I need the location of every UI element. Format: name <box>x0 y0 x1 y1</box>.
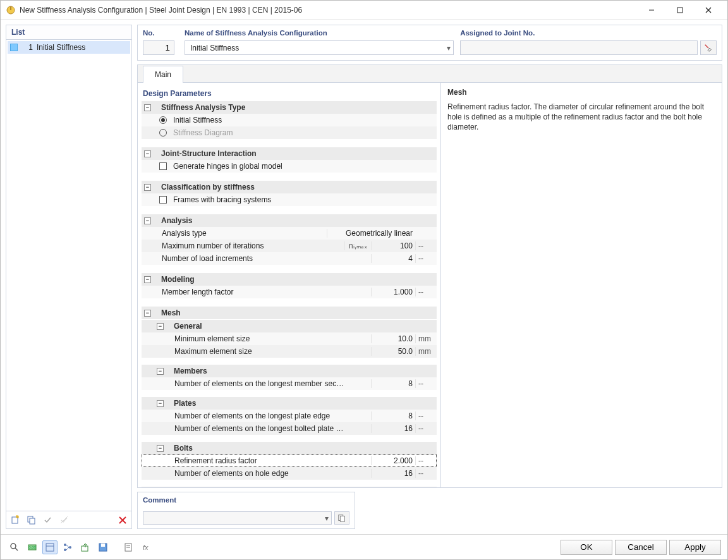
no-label: No. <box>143 29 178 37</box>
group-classification[interactable]: −Classification by stiffness <box>142 181 437 193</box>
param-hole-edge-elements[interactable]: Number of elements on hole edge16-- <box>142 467 437 480</box>
delete-item-button[interactable] <box>115 513 130 527</box>
parameter-grid[interactable]: Design Parameters −Stiffness Analysis Ty… <box>138 83 441 487</box>
name-value: Initial Stiffness <box>190 44 239 52</box>
help-panel: Mesh Refinement radius factor. The diame… <box>441 83 722 487</box>
pick-joint-button[interactable] <box>700 40 717 55</box>
collapse-icon: − <box>144 150 151 157</box>
list-item-label: Initial Stiffness <box>37 43 85 52</box>
svg-text:fx: fx <box>143 544 149 551</box>
uncheck-item-button[interactable] <box>57 513 72 527</box>
svg-point-21 <box>64 549 66 551</box>
help-text: Refinement radius factor. The diameter o… <box>447 102 715 133</box>
svg-point-20 <box>64 544 66 546</box>
comment-combo[interactable]: ▾ <box>143 511 332 525</box>
new-item-button[interactable] <box>8 513 23 527</box>
option-initial-stiffness[interactable]: Initial Stiffness <box>142 114 437 126</box>
name-label: Name of Stiffness Analysis Configuration <box>185 29 454 37</box>
param-load-increments[interactable]: Number of load increments4-- <box>142 252 437 265</box>
collapse-icon: − <box>157 368 164 375</box>
collapse-icon: − <box>144 276 151 283</box>
param-max-iterations[interactable]: Maximum number of iterationsnᵢ,ₘₐₓ100-- <box>142 240 437 252</box>
subgroup-plates[interactable]: −Plates <box>142 397 437 410</box>
param-plate-edge-elements[interactable]: Number of elements on the longest plate … <box>142 410 437 422</box>
param-max-element-size[interactable]: Maximum element size50.0mm <box>142 345 437 358</box>
param-member-elements[interactable]: Number of elements on the longest member… <box>142 377 437 390</box>
assign-field[interactable] <box>460 40 698 55</box>
svg-rect-8 <box>30 518 35 524</box>
radio-icon <box>159 116 167 124</box>
collapse-icon: − <box>144 104 151 111</box>
subgroup-general[interactable]: −General <box>142 320 437 332</box>
apply-button[interactable]: Apply <box>669 540 721 555</box>
comment-panel: Comment ▾ <box>137 492 355 529</box>
svg-line-15 <box>15 548 18 551</box>
minimize-button[interactable] <box>637 1 665 19</box>
option-stiffness-diagram[interactable]: Stiffness Diagram <box>142 126 437 139</box>
chevron-down-icon: ▾ <box>325 514 329 523</box>
svg-rect-18 <box>46 544 54 551</box>
copy-item-button[interactable] <box>24 513 39 527</box>
report-button[interactable] <box>121 540 136 554</box>
collapse-icon: − <box>157 323 164 330</box>
app-icon <box>6 5 16 15</box>
group-stiffness-type[interactable]: −Stiffness Analysis Type <box>142 101 437 114</box>
no-input[interactable] <box>143 40 174 55</box>
option-frames-bracing[interactable]: Frames with bracing systems <box>142 193 437 206</box>
option-generate-hinges[interactable]: Generate hinges in global model <box>142 160 437 173</box>
units-button[interactable]: 0,00 <box>25 540 40 554</box>
collapse-icon: − <box>157 400 164 407</box>
checkbox-icon <box>159 162 167 170</box>
tab-main[interactable]: Main <box>143 66 183 83</box>
check-item-button[interactable] <box>40 513 56 527</box>
collapse-icon: − <box>144 217 151 224</box>
svg-text:0,00: 0,00 <box>28 545 36 549</box>
export-button[interactable] <box>78 540 93 554</box>
param-member-length-factor[interactable]: Member length factor1.000-- <box>142 286 437 298</box>
assign-label: Assigned to Joint No. <box>460 29 717 37</box>
tree-button[interactable] <box>60 540 75 554</box>
svg-rect-25 <box>101 544 105 547</box>
left-panel: List 1 Initial Stiffness <box>6 25 132 529</box>
list-item-icon <box>10 44 18 51</box>
comment-library-button[interactable] <box>334 511 349 525</box>
param-analysis-type[interactable]: Analysis typeGeometrically linear <box>142 227 437 240</box>
list-toolbar <box>6 511 131 528</box>
checkbox-icon <box>159 196 167 204</box>
svg-line-9 <box>61 516 68 523</box>
find-button[interactable] <box>7 540 22 554</box>
design-parameters-heading: Design Parameters <box>142 87 437 100</box>
chevron-down-icon: ▾ <box>447 44 451 52</box>
subgroup-bolts[interactable]: −Bolts <box>142 442 437 454</box>
tab-bar: Main <box>137 64 722 82</box>
svg-rect-3 <box>677 8 682 13</box>
param-refinement-radius-factor[interactable]: Refinement radius factor2.000-- <box>142 454 437 467</box>
help-heading: Mesh <box>447 88 715 97</box>
cancel-button[interactable]: Cancel <box>615 540 667 555</box>
radio-icon <box>159 129 167 137</box>
script-button[interactable]: fx <box>138 540 154 554</box>
subgroup-welds[interactable]: −Welds <box>142 487 437 487</box>
svg-rect-1 <box>10 6 11 10</box>
group-mesh[interactable]: −Mesh <box>142 307 437 319</box>
svg-point-22 <box>69 546 71 549</box>
titlebar: New Stiffness Analysis Configuration | S… <box>1 1 727 20</box>
param-min-element-size[interactable]: Minimum element size10.0mm <box>142 332 437 345</box>
subgroup-members[interactable]: −Members <box>142 365 437 377</box>
list-item-number: 1 <box>21 43 33 52</box>
ok-button[interactable]: OK <box>561 540 612 555</box>
param-bolted-plate-edge-elements[interactable]: Number of elements on the longest bolted… <box>142 422 437 435</box>
maximize-button[interactable] <box>665 1 694 19</box>
save-button[interactable] <box>95 540 111 554</box>
list-item[interactable]: 1 Initial Stiffness <box>8 41 130 54</box>
window-title: New Stiffness Analysis Configuration | S… <box>20 6 637 15</box>
config-list[interactable]: 1 Initial Stiffness <box>6 40 131 511</box>
group-analysis[interactable]: −Analysis <box>142 214 437 227</box>
svg-rect-23 <box>82 546 88 551</box>
view-button[interactable] <box>42 540 58 554</box>
close-button[interactable] <box>694 1 722 19</box>
group-joint-structure[interactable]: −Joint-Structure Interaction <box>142 147 437 160</box>
collapse-icon: − <box>144 310 151 317</box>
name-combo[interactable]: Initial Stiffness ▾ <box>185 40 454 55</box>
group-modeling[interactable]: −Modeling <box>142 273 437 286</box>
